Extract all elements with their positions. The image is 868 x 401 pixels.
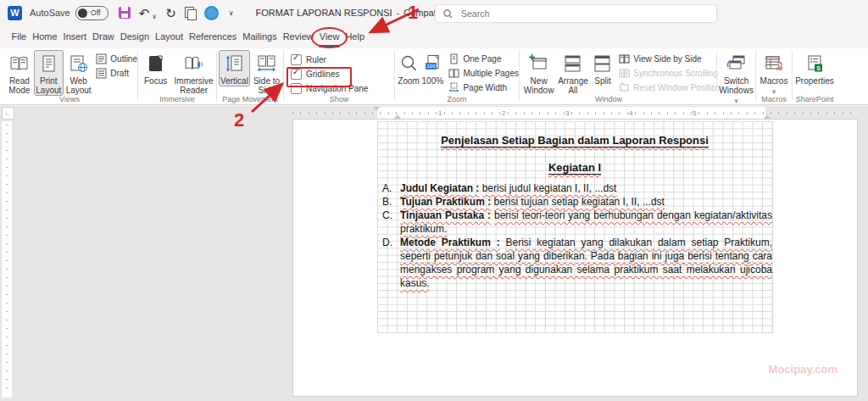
dropdown-icon: ∨ xyxy=(734,97,738,103)
page-width-button[interactable]: Page Width xyxy=(448,82,519,93)
properties-icon: S xyxy=(804,53,826,74)
print-layout-icon xyxy=(38,53,59,74)
qat-overflow-icon[interactable]: ∨ xyxy=(229,9,234,17)
zoom-button[interactable]: Zoom xyxy=(397,50,420,86)
ruler-number: 4 xyxy=(629,109,632,117)
reset-window-position-button: Reset Window Position xyxy=(619,82,714,93)
web-layout-button[interactable]: Web Layout xyxy=(64,50,93,96)
web-layout-icon xyxy=(68,53,89,74)
ruler-checkbox[interactable]: ✓ xyxy=(291,54,302,65)
undo-icon[interactable]: ↶ xyxy=(139,7,150,19)
read-mode-button[interactable]: Read Mode xyxy=(5,50,34,96)
side-to-side-button[interactable]: Side to Side xyxy=(250,50,283,96)
list-item-head: Metode Praktikum : xyxy=(400,237,500,248)
check-icon: ✓ xyxy=(292,53,299,62)
zoom-100-button[interactable]: 100 100% xyxy=(420,50,444,86)
one-page-button[interactable]: One Page xyxy=(448,53,519,64)
first-line-indent-marker[interactable] xyxy=(373,107,380,111)
switch-windows-button[interactable]: Switch Windows ∨ xyxy=(717,50,755,106)
zoom-icon xyxy=(398,53,420,74)
redo-icon[interactable]: ↻ xyxy=(165,7,176,19)
tab-file[interactable]: File xyxy=(8,25,30,48)
show-group-label: Show xyxy=(284,95,394,103)
ruler-number: 1 xyxy=(438,109,442,117)
list-item: B. Tujuan Praktikum : berisi tujuan seti… xyxy=(377,195,772,209)
gridlines-checkbox-row[interactable]: ✓ Gridlines xyxy=(291,67,394,81)
draft-button[interactable]: Draft xyxy=(96,68,137,79)
tab-stop-selector[interactable]: ∟ xyxy=(2,107,14,120)
group-window: New Window Arrange All Split View Side b… xyxy=(520,48,755,104)
list-letter: D. xyxy=(382,236,392,249)
read-mode-icon xyxy=(8,53,30,74)
draft-icon xyxy=(96,68,107,79)
new-window-button[interactable]: New Window xyxy=(521,50,556,96)
list-letter: C. xyxy=(382,209,392,222)
undo-dropdown-icon[interactable]: ∨ xyxy=(152,13,157,20)
tab-references[interactable]: References xyxy=(186,25,240,48)
macros-label: Macros xyxy=(760,76,788,86)
navigation-pane-checkbox-row[interactable]: Navigation Pane xyxy=(291,81,394,96)
vertical-ruler[interactable] xyxy=(2,121,12,398)
quick-access-toolbar: ↶ ∨ ↻ ∨ xyxy=(119,6,234,20)
ruler-number: 2 xyxy=(502,109,505,117)
zoom-100-label: 100% xyxy=(422,76,444,86)
gridlines-checkbox[interactable]: ✓ xyxy=(291,69,302,80)
switch-windows-label: Switch Windows xyxy=(719,76,754,95)
copy-icon[interactable] xyxy=(185,7,196,19)
circle-badge-icon[interactable] xyxy=(204,6,219,20)
one-page-label: One Page xyxy=(463,54,501,64)
autosave-toggle[interactable]: Off xyxy=(75,6,108,20)
list-item-body: berisi tujuan setiap kegiatan I, II, ...… xyxy=(493,196,664,208)
list-item-head: Tujuan Praktikum : xyxy=(400,196,491,208)
macros-icon xyxy=(764,53,785,74)
horizontal-ruler[interactable]: 1 2 3 4 5 xyxy=(292,107,858,119)
group-macros: Macros∨ Macros xyxy=(756,48,792,104)
tab-insert[interactable]: Insert xyxy=(60,25,90,48)
navigation-pane-checkbox[interactable] xyxy=(291,83,302,94)
side-to-side-icon xyxy=(256,53,277,74)
view-side-by-side-button[interactable]: View Side by Side xyxy=(619,53,714,64)
print-layout-button[interactable]: Print Layout xyxy=(34,50,64,96)
autosave-label: AutoSave xyxy=(30,8,70,18)
autosave-state: Off xyxy=(91,8,101,17)
side-to-side-label: Side to Side xyxy=(251,76,282,95)
properties-button[interactable]: S Properties xyxy=(793,50,836,86)
split-button[interactable]: Split xyxy=(590,50,616,86)
tab-design[interactable]: Design xyxy=(117,25,152,48)
synchronous-scrolling-button: Synchronous Scrolling xyxy=(619,68,714,79)
tab-layout[interactable]: Layout xyxy=(153,25,186,48)
tab-view[interactable]: View xyxy=(316,25,342,48)
search-box[interactable] xyxy=(435,4,717,23)
focus-button[interactable]: Focus xyxy=(140,50,171,86)
ruler-label: Ruler xyxy=(306,55,326,64)
window-group-label: Window xyxy=(520,95,698,103)
immersive-group-label: Immersive xyxy=(138,95,216,103)
tab-draw[interactable]: Draw xyxy=(90,25,118,48)
sharepoint-group-label: SharePoint xyxy=(793,95,837,103)
focus-label: Focus xyxy=(144,76,167,86)
multiple-pages-button[interactable]: Multiple Pages xyxy=(448,68,519,79)
save-icon[interactable] xyxy=(119,7,131,19)
dropdown-icon: ∨ xyxy=(771,88,776,94)
title-separator: - xyxy=(397,8,400,18)
tab-mailings[interactable]: Mailings xyxy=(240,25,280,48)
macros-button[interactable]: Macros∨ xyxy=(757,50,791,97)
search-input[interactable] xyxy=(459,8,683,19)
one-page-icon xyxy=(448,53,459,64)
list-item-head: Judul Kegiatan : xyxy=(400,182,479,194)
document-subheading: Kegiatan I xyxy=(377,161,772,174)
toggle-knob-icon xyxy=(78,8,87,18)
draft-label: Draft xyxy=(110,69,129,78)
immersive-reader-button[interactable]: Immersive Reader xyxy=(171,50,216,96)
tab-home[interactable]: Home xyxy=(30,25,60,48)
arrange-all-button[interactable]: Arrange All xyxy=(556,50,589,96)
group-immersive: Focus Immersive Reader Immersive xyxy=(138,48,216,104)
watermark: Mocipay.com xyxy=(769,363,837,376)
vertical-button[interactable]: Vertical xyxy=(219,50,250,86)
ruler-checkbox-row[interactable]: ✓ Ruler xyxy=(291,53,394,67)
view-side-by-side-icon xyxy=(619,53,630,64)
macros-group-label: Macros xyxy=(756,95,792,103)
print-layout-label: Print Layout xyxy=(35,76,63,95)
outline-button[interactable]: Outline xyxy=(96,53,137,64)
document-page[interactable]: Penjelasan Setiap Bagian dalam Laporan R… xyxy=(292,119,858,397)
